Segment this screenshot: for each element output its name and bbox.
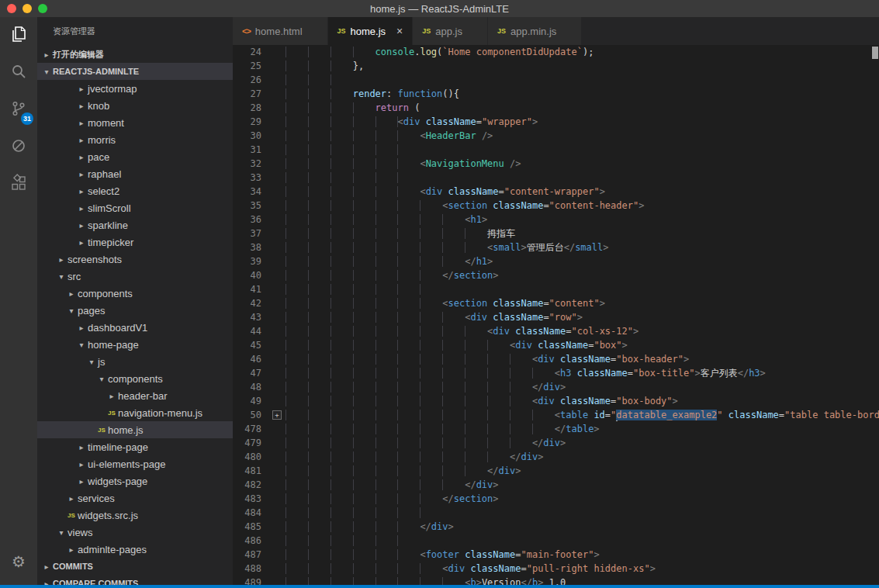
commits-section[interactable]: ▸ COMMITS — [37, 558, 233, 575]
line-content: <div className="pull-right hidden-xs"> — [286, 562, 879, 576]
tree-file-widgets.src.js[interactable]: JSwidgets.src.js — [37, 507, 233, 524]
editor-line[interactable]: 484 — [233, 506, 879, 520]
editor-line[interactable]: 39 </h1> — [233, 254, 879, 268]
tree-folder-slimScroll[interactable]: ▸slimScroll — [37, 199, 233, 216]
tree-folder-morris[interactable]: ▸morris — [37, 131, 233, 148]
editor-line[interactable]: 28 return ( — [233, 101, 879, 115]
editor-scrollbar-thumb[interactable] — [872, 47, 878, 59]
code-token: div — [476, 479, 493, 490]
close-icon[interactable]: × — [396, 25, 403, 37]
fold-expand-icon[interactable]: + — [272, 410, 282, 420]
editor-lines: 24 console.log(`Home componentDidUpdate`… — [233, 45, 879, 585]
editor-line[interactable]: 485 </div> — [233, 520, 879, 534]
tree-folder-select2[interactable]: ▸select2 — [37, 182, 233, 199]
editor-line[interactable]: 48 </div> — [233, 380, 879, 394]
debug-activity-button[interactable] — [0, 129, 37, 166]
editor-line[interactable]: 46 <div className="box-header"> — [233, 352, 879, 366]
fold-column — [268, 157, 286, 171]
editor-line[interactable]: 50+ <table id="datatable_example2" class… — [233, 408, 879, 422]
editor-line[interactable]: 45 <div className="box"> — [233, 338, 879, 352]
tree-folder-screenshots[interactable]: ▸screenshots — [37, 251, 233, 268]
fold-column — [268, 380, 286, 394]
editor-line[interactable]: 37 拇指车 — [233, 227, 879, 240]
tree-file-home.js[interactable]: JShome.js — [37, 421, 233, 438]
editor-line[interactable]: 44 <div className="col-xs-12"> — [233, 324, 879, 338]
editor-line[interactable]: 34 <div className="content-wrapper"> — [233, 185, 879, 199]
editor-line[interactable]: 486 — [233, 534, 879, 548]
code-token: > — [593, 424, 599, 434]
editor-line[interactable]: 40 </section> — [233, 268, 879, 282]
tree-item-label: timeline-page — [88, 441, 148, 453]
editor-line[interactable]: 29 <div className="wrapper"> — [233, 115, 879, 129]
tree-folder-timepicker[interactable]: ▸timepicker — [37, 233, 233, 251]
tree-folder-timeline-page[interactable]: ▸timeline-page — [37, 438, 233, 455]
editor-line[interactable]: 487 <footer className="main-footer"> — [233, 548, 879, 562]
explorer-activity-button[interactable] — [0, 17, 37, 54]
tree-folder-components[interactable]: ▸components — [37, 285, 233, 302]
editor-line[interactable]: 481 </div> — [233, 464, 879, 478]
editor-line[interactable]: 24 console.log(`Home componentDidUpdate`… — [233, 45, 879, 59]
editor-line[interactable]: 38 <small>管理后台</small> — [233, 240, 879, 254]
editor-line[interactable]: 26 — [233, 73, 879, 87]
root-folder-section[interactable]: ▾ REACTJS-ADMINLTE — [37, 63, 233, 80]
editor-line[interactable]: 33 — [233, 171, 879, 185]
tree-folder-pace[interactable]: ▸pace — [37, 148, 233, 165]
editor-line[interactable]: 30 <HeaderBar /> — [233, 129, 879, 143]
editor-line[interactable]: 25 }, — [233, 59, 879, 73]
editor-line[interactable]: 36 <h1> — [233, 213, 879, 227]
tree-folder-home-page[interactable]: ▾home-page — [37, 336, 233, 353]
editor-line[interactable]: 47 <h3 className="box-title">客户列表</h3> — [233, 366, 879, 380]
editor-line[interactable]: 42 <section className="content"> — [233, 296, 879, 310]
editor-line[interactable]: 31 — [233, 143, 879, 157]
tree-folder-pages[interactable]: ▾pages — [37, 302, 233, 319]
zoom-window-button[interactable] — [38, 4, 47, 13]
tree-folder-services[interactable]: ▸services — [37, 489, 233, 507]
editor-line[interactable]: 482 </div> — [233, 478, 879, 492]
line-number: 29 — [233, 115, 268, 129]
tree-folder-js[interactable]: ▾js — [37, 353, 233, 370]
tree-folder-jvectormap[interactable]: ▸jvectormap — [37, 80, 233, 97]
tab-app.min.js[interactable]: JSapp.min.js — [488, 17, 582, 45]
tab-label: home.html — [255, 26, 303, 37]
tree-folder-dashboardV1[interactable]: ▸dashboardV1 — [37, 319, 233, 336]
close-window-button[interactable] — [7, 4, 16, 13]
tree-folder-moment[interactable]: ▸moment — [37, 114, 233, 131]
tree-folder-raphael[interactable]: ▸raphael — [37, 165, 233, 182]
editor-line[interactable]: 32 <NavigationMenu /> — [233, 157, 879, 171]
compare-commits-section[interactable]: ▸ COMPARE COMMITS — [37, 575, 233, 585]
editor-line[interactable]: 35 <section className="content-header"> — [233, 199, 879, 213]
editor-line[interactable]: 478 </table> — [233, 422, 879, 436]
open-editors-section[interactable]: ▸ 打开的编辑器 — [37, 46, 233, 63]
code-token — [555, 354, 560, 365]
tree-folder-adminlte-pages[interactable]: ▸adminlte-pages — [37, 541, 233, 558]
editor-line[interactable]: 483 </section> — [233, 492, 879, 506]
line-content: <div className="box-header"> — [286, 352, 879, 366]
minimize-window-button[interactable] — [22, 4, 32, 13]
extensions-activity-button[interactable] — [0, 166, 37, 203]
tree-folder-header-bar[interactable]: ▸header-bar — [37, 387, 233, 404]
code-token: h3 — [749, 368, 760, 379]
tree-folder-knob[interactable]: ▸knob — [37, 97, 233, 114]
tree-file-navigation-menu.js[interactable]: JSnavigation-menu.js — [37, 404, 233, 421]
editor-line[interactable]: 480 </div> — [233, 450, 879, 464]
editor-line[interactable]: 41 — [233, 282, 879, 296]
code-token: < — [442, 563, 448, 574]
editor-line[interactable]: 27 render: function(){ — [233, 87, 879, 101]
tree-folder-sparkline[interactable]: ▸sparkline — [37, 216, 233, 233]
tree-folder-src[interactable]: ▾src — [37, 268, 233, 285]
tab-home.js[interactable]: JShome.js× — [328, 17, 414, 45]
tree-folder-components[interactable]: ▾components — [37, 370, 233, 387]
tree-folder-ui-elements-page[interactable]: ▸ui-elements-page — [37, 455, 233, 472]
editor-line[interactable]: 43 <div className="row"> — [233, 310, 879, 324]
editor-line[interactable]: 479 </div> — [233, 436, 879, 450]
tab-home.html[interactable]: <>home.html — [233, 17, 328, 45]
editor-line[interactable]: 488 <div className="pull-right hidden-xs… — [233, 562, 879, 576]
editor-line[interactable]: 489 <b>Version</b> 1.0 — [233, 576, 879, 585]
tab-app.js[interactable]: JSapp.js — [413, 17, 488, 45]
settings-button[interactable]: ⚙ — [0, 543, 37, 580]
tree-folder-views[interactable]: ▾views — [37, 524, 233, 541]
editor-line[interactable]: 49 <div className="box-body"> — [233, 394, 879, 408]
search-activity-button[interactable] — [0, 54, 37, 92]
tree-folder-widgets-page[interactable]: ▸widgets-page — [37, 472, 233, 489]
source-control-activity-button[interactable]: 31 — [0, 92, 37, 129]
